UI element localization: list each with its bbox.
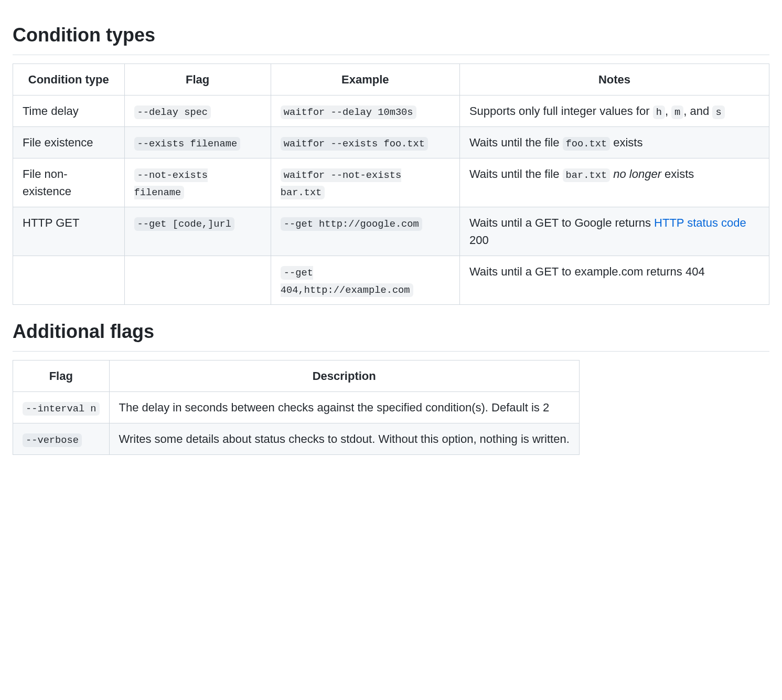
condition-types-table: Condition type Flag Example Notes Time d… bbox=[13, 63, 769, 305]
th-condition-type: Condition type bbox=[13, 64, 125, 96]
notes-text: Waits until a GET to Google returns bbox=[469, 216, 654, 229]
notes-text: exists bbox=[610, 136, 642, 149]
cell-type bbox=[13, 256, 125, 305]
cell-description: The delay in seconds between checks agai… bbox=[109, 392, 579, 423]
cell-description: Writes some details about status checks … bbox=[109, 423, 579, 455]
table-row: File non-existence --not-exists filename… bbox=[13, 158, 769, 207]
cell-notes: Waits until a GET to Google returns HTTP… bbox=[459, 207, 769, 256]
cell-flag bbox=[124, 256, 271, 305]
additional-flags-table: Flag Description --interval n The delay … bbox=[13, 360, 769, 455]
cell-notes: Waits until the file foo.txt exists bbox=[459, 127, 769, 158]
cell-flag: --delay spec bbox=[124, 96, 271, 127]
notes-text: 200 bbox=[469, 234, 489, 247]
example-code: --get http://google.com bbox=[281, 217, 422, 231]
cell-notes: Waits until the file bar.txt no longer e… bbox=[459, 158, 769, 207]
cell-example: waitfor --exists foo.txt bbox=[271, 127, 459, 158]
cell-notes: Supports only full integer values for h,… bbox=[459, 96, 769, 127]
notes-em: no longer bbox=[613, 167, 661, 181]
example-code: waitfor --not-exists bar.txt bbox=[281, 168, 401, 199]
notes-text: exists bbox=[661, 167, 694, 181]
notes-text: , bbox=[665, 104, 671, 118]
cell-example: waitfor --not-exists bar.txt bbox=[271, 158, 459, 207]
flag-code: --interval n bbox=[23, 402, 100, 416]
flag-code: --get [code,]url bbox=[134, 217, 234, 231]
cell-type: HTTP GET bbox=[13, 207, 125, 256]
notes-text: , and bbox=[683, 104, 712, 118]
example-code: waitfor --exists foo.txt bbox=[281, 137, 428, 151]
cell-flag: --exists filename bbox=[124, 127, 271, 158]
cell-example: --get http://google.com bbox=[271, 207, 459, 256]
notes-text: Waits until the file bbox=[469, 167, 563, 181]
condition-types-heading: Condition types bbox=[13, 21, 769, 55]
notes-code: bar.txt bbox=[563, 168, 610, 182]
cell-type: Time delay bbox=[13, 96, 125, 127]
cell-flag: --get [code,]url bbox=[124, 207, 271, 256]
notes-text: Waits until a GET to example.com returns… bbox=[469, 265, 705, 278]
th-example: Example bbox=[271, 64, 459, 96]
th-flag: Flag bbox=[124, 64, 271, 96]
cell-example: waitfor --delay 10m30s bbox=[271, 96, 459, 127]
additional-flags-heading: Additional flags bbox=[13, 317, 769, 352]
table-row: File existence --exists filename waitfor… bbox=[13, 127, 769, 158]
cell-flag: --verbose bbox=[13, 423, 110, 455]
th-flag: Flag bbox=[13, 360, 110, 392]
cell-flag: --not-exists filename bbox=[124, 158, 271, 207]
cell-notes: Waits until a GET to example.com returns… bbox=[459, 256, 769, 305]
th-notes: Notes bbox=[459, 64, 769, 96]
cell-example: --get 404,http://example.com bbox=[271, 256, 459, 305]
notes-code: foo.txt bbox=[563, 137, 610, 151]
flag-code: --exists filename bbox=[134, 137, 241, 151]
notes-code: s bbox=[712, 105, 724, 119]
cell-type: File existence bbox=[13, 127, 125, 158]
flag-code: --delay spec bbox=[134, 105, 211, 119]
table-header-row: Condition type Flag Example Notes bbox=[13, 64, 769, 96]
cell-type: File non-existence bbox=[13, 158, 125, 207]
notes-text: Supports only full integer values for bbox=[469, 104, 653, 118]
table-row: --get 404,http://example.com Waits until… bbox=[13, 256, 769, 305]
table-header-row: Flag Description bbox=[13, 360, 580, 392]
flag-code: --verbose bbox=[23, 433, 82, 447]
notes-code: h bbox=[653, 105, 665, 119]
table-row: Time delay --delay spec waitfor --delay … bbox=[13, 96, 769, 127]
cell-flag: --interval n bbox=[13, 392, 110, 423]
notes-text: Waits until the file bbox=[469, 136, 563, 149]
notes-code: m bbox=[671, 105, 683, 119]
table-row: HTTP GET --get [code,]url --get http://g… bbox=[13, 207, 769, 256]
example-code: waitfor --delay 10m30s bbox=[281, 105, 416, 119]
flag-code: --not-exists filename bbox=[134, 168, 208, 199]
table-row: --verbose Writes some details about stat… bbox=[13, 423, 580, 455]
th-description: Description bbox=[109, 360, 579, 392]
http-status-code-link[interactable]: HTTP status code bbox=[654, 216, 746, 229]
example-code: --get 404,http://example.com bbox=[281, 266, 413, 297]
table-row: --interval n The delay in seconds betwee… bbox=[13, 392, 580, 423]
